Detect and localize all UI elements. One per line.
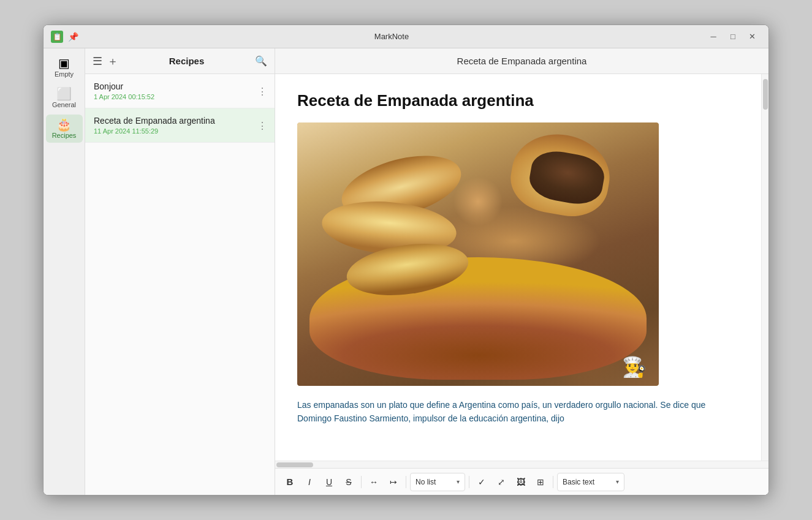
toolbar-separator-3 xyxy=(469,476,469,488)
move-icon: ⤢ xyxy=(498,477,505,487)
sidebar-item-label-empty: Empty xyxy=(55,70,74,78)
editor-toolbar: B I U S ↔ ↦ No list ▾ ✓ ⤢ xyxy=(275,468,768,495)
editor-panel: Receta de Empanada argentina Receta de E… xyxy=(275,48,768,495)
list-dropdown-arrow: ▾ xyxy=(457,478,460,485)
add-note-icon[interactable]: ＋ xyxy=(107,54,118,69)
format-dropdown-label: Basic text xyxy=(563,478,613,486)
notes-header: ☰ ＋ Recipes 🔍 xyxy=(85,48,275,74)
sidebar-item-label-recipes: Recipes xyxy=(52,132,77,139)
toolbar-separator-4 xyxy=(553,476,553,488)
horizontal-scroll-thumb[interactable] xyxy=(276,462,313,467)
notes-list: Bonjour 1 Apr 2024 00:15:52 ⋮ Receta de … xyxy=(85,74,275,495)
list-dropdown-label: No list xyxy=(415,478,454,486)
sidebar-item-general[interactable]: ⬜ General xyxy=(46,84,83,112)
format-dropdown[interactable]: Basic text ▾ xyxy=(557,473,624,491)
title-bar: 📋 📌 MarkNote ─ □ ✕ xyxy=(44,25,768,48)
grid-button[interactable]: ⤢ xyxy=(493,473,510,491)
maximize-button[interactable]: □ xyxy=(724,30,742,43)
toolbar-separator-2 xyxy=(406,476,406,488)
title-bar-left: 📋 📌 xyxy=(51,31,78,43)
app-window: 📋 📌 MarkNote ─ □ ✕ ▣ Empty ⬜ General 🎂 R… xyxy=(43,24,769,496)
check-button[interactable]: ✓ xyxy=(473,473,490,491)
title-bar-controls: ─ □ ✕ xyxy=(705,30,761,43)
editor-content[interactable]: Receta de Empanada argentina 👨‍🍳 xyxy=(275,74,761,461)
recipes-icon: 🎂 xyxy=(56,118,72,130)
note-more-icon-bonjour[interactable]: ⋮ xyxy=(257,85,267,97)
align-right-icon: ↦ xyxy=(390,477,397,487)
note-item-empanada[interactable]: Receta de Empanada argentina 11 Apr 2024… xyxy=(85,108,275,143)
empty-icon: ▣ xyxy=(58,57,70,69)
image-icon: 🖼 xyxy=(517,477,525,487)
sidebar-item-empty[interactable]: ▣ Empty xyxy=(46,53,83,81)
sidebar: ▣ Empty ⬜ General 🎂 Recipes xyxy=(44,48,85,495)
note-date-empanada: 11 Apr 2024 11:55:29 xyxy=(94,127,266,135)
menu-icon[interactable]: ☰ xyxy=(93,55,102,68)
scroll-thumb[interactable] xyxy=(763,79,768,110)
note-more-icon-empanada[interactable]: ⋮ xyxy=(257,119,267,131)
editor-with-scroll: Receta de Empanada argentina 👨‍🍳 xyxy=(275,74,768,461)
pin-icon[interactable]: 📌 xyxy=(68,32,78,42)
note-item-bonjour[interactable]: Bonjour 1 Apr 2024 00:15:52 ⋮ xyxy=(85,74,275,108)
italic-button[interactable]: I xyxy=(301,473,318,491)
list-dropdown[interactable]: No list ▾ xyxy=(410,473,465,491)
search-icon[interactable]: 🔍 xyxy=(255,55,267,67)
note-title-bonjour: Bonjour xyxy=(94,81,266,91)
close-button[interactable]: ✕ xyxy=(744,30,761,43)
align-left-button[interactable]: ↔ xyxy=(365,473,382,491)
scroll-track[interactable] xyxy=(761,74,768,461)
minimize-button[interactable]: ─ xyxy=(705,30,722,43)
underline-button[interactable]: U xyxy=(321,473,338,491)
image-button[interactable]: 🖼 xyxy=(512,473,529,491)
app-icon: 📋 xyxy=(51,31,63,43)
general-icon: ⬜ xyxy=(56,88,72,100)
title-bar-title: MarkNote xyxy=(374,32,409,41)
note-title-empanada: Receta de Empanada argentina xyxy=(94,116,266,126)
strikethrough-button[interactable]: S xyxy=(340,473,357,491)
editor-image-container: 👨‍🍳 xyxy=(297,122,659,386)
empanada-image: 👨‍🍳 xyxy=(297,122,659,386)
table-icon: ⊞ xyxy=(537,477,544,487)
editor-body-text: Las empanadas son un plato que define a … xyxy=(297,398,739,426)
notes-panel-title: Recipes xyxy=(123,56,250,66)
editor-note-title: Receta de Empanada argentina xyxy=(297,91,739,110)
main-layout: ▣ Empty ⬜ General 🎂 Recipes ☰ ＋ Recipes … xyxy=(44,48,768,495)
chef-emoji: 👨‍🍳 xyxy=(622,357,647,377)
table-button[interactable]: ⊞ xyxy=(532,473,549,491)
format-dropdown-arrow: ▾ xyxy=(616,478,619,485)
editor-header: Receta de Empanada argentina xyxy=(275,48,768,74)
note-date-bonjour: 1 Apr 2024 00:15:52 xyxy=(94,93,266,100)
sidebar-item-label-general: General xyxy=(52,101,76,108)
notes-panel: ☰ ＋ Recipes 🔍 Bonjour 1 Apr 2024 00:15:5… xyxy=(85,48,275,495)
align-right-button[interactable]: ↦ xyxy=(385,473,402,491)
bold-button[interactable]: B xyxy=(281,473,298,491)
toolbar-separator-1 xyxy=(361,476,362,488)
align-left-icon: ↔ xyxy=(370,477,378,487)
sidebar-item-recipes[interactable]: 🎂 Recipes xyxy=(46,115,83,143)
editor-header-title: Receta de Empanada argentina xyxy=(457,56,587,66)
horizontal-scroll[interactable] xyxy=(275,461,768,468)
